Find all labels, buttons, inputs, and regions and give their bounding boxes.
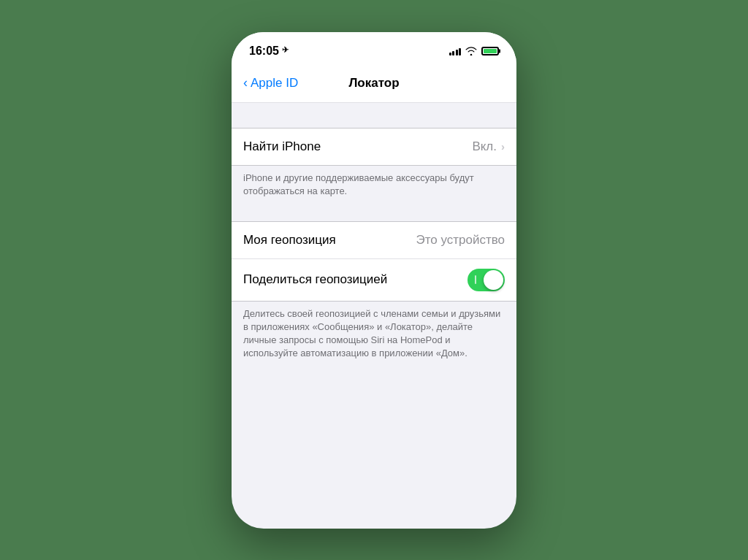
- nav-bar: ‹ Apple ID Локатор: [232, 67, 516, 103]
- share-geoposition-description: Делитесь своей геопозицией с членами сем…: [232, 302, 516, 371]
- find-iphone-group: Найти iPhone Вкл. ›: [232, 128, 516, 166]
- toggle-line: [475, 275, 476, 284]
- back-button[interactable]: ‹ Apple ID: [243, 76, 298, 91]
- battery-fill: [484, 49, 497, 53]
- my-geoposition-row[interactable]: Моя геопозиция Это устройство: [232, 222, 516, 258]
- signal-bar-2: [452, 51, 454, 55]
- my-geoposition-label: Моя геопозиция: [243, 233, 336, 248]
- signal-bar-4: [459, 48, 461, 55]
- phone-frame: 16:05 ✈ ‹ Apple I: [232, 32, 516, 529]
- back-chevron-icon: ‹: [243, 75, 248, 91]
- battery-icon: [481, 47, 499, 55]
- find-iphone-label: Найти iPhone: [243, 139, 321, 154]
- status-icons: [449, 47, 500, 55]
- top-spacer: [232, 103, 516, 128]
- find-iphone-status: Вкл.: [472, 139, 497, 154]
- my-geoposition-value: Это устройство: [416, 233, 505, 248]
- nav-title: Локатор: [348, 76, 399, 91]
- find-iphone-description: iPhone и другие поддерживаемые аксессуар…: [232, 166, 516, 208]
- find-iphone-value: Вкл. ›: [472, 139, 505, 154]
- share-geoposition-label: Поделиться геопозицией: [243, 272, 387, 287]
- content: Найти iPhone Вкл. › iPhone и другие подд…: [232, 103, 516, 371]
- signal-bar-1: [449, 53, 451, 55]
- status-time: 16:05 ✈: [249, 45, 289, 58]
- toggle-knob: [484, 270, 503, 290]
- find-iphone-chevron-icon: ›: [501, 140, 505, 153]
- geoposition-group: Моя геопозиция Это устройство Поделиться…: [232, 221, 516, 302]
- share-geoposition-row[interactable]: Поделиться геопозицией: [232, 258, 516, 301]
- signal-bars-icon: [449, 47, 462, 55]
- status-bar: 16:05 ✈: [232, 32, 516, 67]
- find-iphone-row[interactable]: Найти iPhone Вкл. ›: [232, 129, 516, 165]
- signal-bar-3: [456, 50, 458, 55]
- time-display: 16:05: [249, 45, 279, 58]
- my-geoposition-status: Это устройство: [416, 233, 505, 248]
- share-geoposition-toggle[interactable]: [468, 269, 505, 291]
- location-arrow-icon: ✈: [282, 45, 289, 55]
- back-label: Apple ID: [251, 76, 298, 91]
- wifi-icon: [465, 47, 477, 55]
- section-gap-1: [232, 208, 516, 221]
